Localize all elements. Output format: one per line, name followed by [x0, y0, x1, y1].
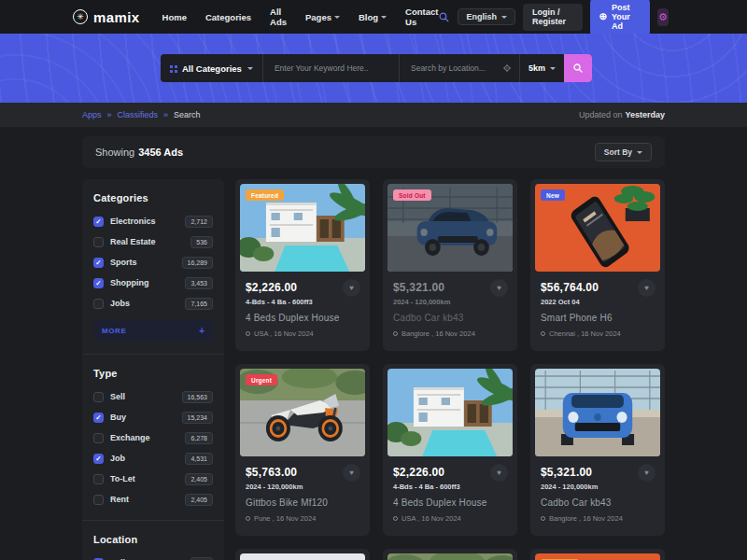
favorite-button[interactable]: ♥ [490, 464, 508, 482]
nav-item-all-ads[interactable]: All Ads [270, 7, 287, 27]
ad-title[interactable]: Smart Phone H6 [541, 313, 655, 323]
checkbox[interactable] [93, 433, 104, 443]
count-badge: 16,563 [182, 391, 213, 403]
checkbox[interactable] [93, 299, 104, 309]
checkbox[interactable] [93, 454, 104, 464]
checkbox[interactable] [93, 237, 104, 247]
updated-on-text: Updated onYesterday [579, 110, 665, 119]
ad-card[interactable]: Featured $2,226.00 ♥ 4-Bds - 4 Ba - 600f… [235, 179, 370, 351]
top-navbar: ✳ mamix Home Categories All Ads Pages Bl… [0, 0, 747, 34]
nav-item-home[interactable]: Home [162, 12, 187, 22]
settings-gear-icon[interactable]: ⚙ [657, 8, 669, 26]
ad-location: Banglore , 16 Nov 2024 [549, 514, 623, 523]
favorite-button[interactable]: ♥ [343, 279, 360, 297]
heart-icon: ♥ [349, 469, 354, 477]
ad-card[interactable]: Featured ♥ [530, 549, 665, 560]
filter-item-exchange[interactable]: Exchange 6,278 [93, 430, 213, 445]
ad-title[interactable]: Gittbos Bike Mf120 [246, 497, 359, 508]
radius-dropdown[interactable]: 5km [519, 54, 564, 82]
favorite-button[interactable]: ♥ [343, 464, 360, 482]
nav-item-categories[interactable]: Categories [205, 12, 251, 22]
categories-more-button[interactable]: MORE + [93, 320, 213, 341]
checkbox[interactable] [93, 413, 104, 423]
filter-item-to-let[interactable]: To-Let 2,405 [93, 471, 213, 486]
ad-image-car: Sold Out [388, 184, 513, 272]
nav-item-contact-us[interactable]: Contact Us [405, 7, 438, 27]
count-badge: 16,289 [182, 257, 213, 269]
location-pin-icon [393, 516, 398, 521]
ad-price: $56,764.00 [541, 281, 599, 294]
filter-item-shopping[interactable]: Shopping 3,453 [93, 275, 213, 290]
ad-location: USA , 16 Nov 2024 [402, 514, 461, 523]
ad-title[interactable]: 4 Beds Duplex House [246, 313, 359, 323]
ad-meta: 2024 - 120,000km [393, 298, 507, 306]
ad-location: Pune , 16 Nov 2024 [254, 514, 316, 523]
filter-item-sell[interactable]: Sell 16,563 [93, 389, 213, 404]
grid-icon [170, 65, 173, 68]
ads-grid: Featured $2,226.00 ♥ 4-Bds - 4 Ba - 600f… [235, 179, 665, 560]
ad-title[interactable]: Cadbo Car kb43 [541, 497, 655, 508]
filter-item-job[interactable]: Job 4,531 [93, 451, 213, 466]
ad-card[interactable]: Urgent $5,763.00 ♥ 2024 - 120,000km Gitt… [235, 364, 370, 536]
checkbox[interactable] [93, 258, 104, 268]
checkbox[interactable] [93, 392, 104, 402]
ad-title[interactable]: 4 Beds Duplex House [393, 497, 507, 508]
results-header: Showing3456 Ads Sort By [82, 136, 665, 168]
filter-item-real-estate[interactable]: Real Estate 536 [93, 234, 213, 249]
ad-meta: 2022 Oct 04 [541, 298, 655, 306]
ad-card[interactable]: Sold Out $5,321.00 ♥ 2024 - 120,000km Ca… [383, 179, 517, 351]
showing-count-text: Showing3456 Ads [95, 147, 183, 158]
section-title-location: Location [93, 534, 213, 545]
location-pin-icon [541, 516, 545, 521]
ad-card[interactable]: $5,321.00 ♥ 2024 - 120,000km Cadbo Car k… [530, 364, 665, 536]
plus-circle-icon: ⊕ [599, 12, 607, 21]
count-badge: 2,405 [185, 494, 213, 506]
ad-title[interactable]: Cadbo Car kb43 [393, 313, 507, 323]
ad-meta: 2024 - 120,000km [246, 483, 359, 491]
sort-by-dropdown[interactable]: Sort By [595, 143, 652, 161]
favorite-button[interactable]: ♥ [490, 279, 508, 297]
ad-card[interactable]: ♥ [235, 549, 370, 560]
count-badge: 512 [190, 557, 213, 560]
ad-card[interactable]: ♥ [383, 549, 517, 560]
search-submit-button[interactable] [564, 54, 592, 82]
ad-badge: New [541, 189, 565, 201]
filter-item-jobs[interactable]: Jobs 7,165 [93, 296, 213, 311]
breadcrumb-apps[interactable]: Apps [82, 110, 102, 119]
breadcrumb-current: Search [174, 110, 201, 119]
post-your-ad-button[interactable]: ⊕Post Your Ad [590, 0, 650, 35]
count-badge: 4,531 [185, 453, 213, 465]
heart-icon: ♥ [497, 285, 501, 292]
filter-item-buy[interactable]: Buy 15,234 [93, 410, 213, 425]
filter-item-sports[interactable]: Sports 16,289 [93, 255, 213, 270]
filter-item-electronics[interactable]: Electronics 2,712 [93, 214, 213, 229]
heart-icon: ♥ [497, 469, 501, 477]
chevron-down-icon [247, 67, 253, 70]
all-categories-dropdown[interactable]: All Categories [161, 54, 263, 82]
ad-location: Banglore , 16 Nov 2024 [402, 329, 475, 338]
ad-card[interactable]: $2,226.00 ♥ 4-Bds - 4 Ba - 600ff3 4 Beds… [383, 364, 517, 536]
nav-item-blog[interactable]: Blog [359, 12, 387, 22]
filter-item-rent[interactable]: Rent 2,405 [93, 492, 213, 507]
favorite-button[interactable]: ♥ [638, 464, 655, 482]
location-input[interactable] [411, 63, 499, 73]
chevron-down-icon [550, 67, 556, 70]
locate-target-icon[interactable] [502, 63, 512, 73]
language-select[interactable]: English [458, 8, 515, 25]
breadcrumb-classifieds[interactable]: Classifieds [118, 110, 159, 119]
checkbox[interactable] [93, 217, 104, 227]
section-title-type: Type [93, 368, 213, 379]
login-register-button[interactable]: Login / Register [523, 4, 583, 31]
checkbox[interactable] [93, 278, 104, 288]
ad-card[interactable]: New $56,764.00 ♥ 2022 Oct 04 Smart Phone… [530, 179, 665, 351]
ad-image-computer [240, 553, 365, 560]
nav-item-pages[interactable]: Pages [305, 12, 340, 22]
checkbox[interactable] [93, 495, 104, 505]
hero-search-bar: All Categories 5km [161, 54, 592, 82]
filter-item-india[interactable]: India 512 [93, 555, 213, 560]
checkbox[interactable] [93, 474, 104, 484]
keyword-input[interactable] [263, 54, 400, 82]
search-icon[interactable] [438, 11, 450, 23]
favorite-button[interactable]: ♥ [638, 279, 655, 297]
brand-logo[interactable]: ✳ mamix [73, 9, 140, 25]
